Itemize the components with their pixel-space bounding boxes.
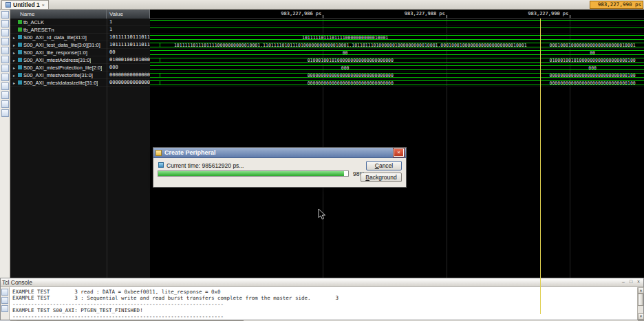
application-window: Behavioral Simulation - Functional - sim… bbox=[0, 0, 644, 321]
zoom-out-icon[interactable] bbox=[1, 38, 9, 45]
wave-trace-row bbox=[150, 26, 644, 34]
wave-trace-row: 10111110111011110000000000010001 bbox=[150, 34, 644, 41]
goto-start-icon[interactable] bbox=[1, 82, 9, 90]
bus-expand-icon[interactable]: ▸ bbox=[12, 35, 17, 40]
signal-bus-icon bbox=[18, 65, 22, 69]
wave-value-column-header[interactable]: Value bbox=[107, 10, 150, 19]
bus-expand-icon[interactable]: ▸ bbox=[12, 43, 17, 47]
wave-name-column-header[interactable]: Name bbox=[10, 10, 107, 19]
bus-expand-icon[interactable]: ▸ bbox=[12, 58, 17, 63]
console-line: EXAMPLE TEST 3 : Sequential write and re… bbox=[12, 295, 636, 301]
signal-name: S00_AXI_mtestProtection_lite[2:0] bbox=[23, 65, 102, 71]
tcl-console-output[interactable]: EXAMPLE TEST 3 read : DATA = 0xbeef0011,… bbox=[11, 287, 636, 319]
goto-end-icon[interactable] bbox=[1, 91, 9, 99]
clear-console-icon[interactable] bbox=[1, 305, 8, 312]
ruler-tick-label: 983,227,990 ps bbox=[528, 11, 570, 16]
signal-bit-icon bbox=[18, 20, 22, 24]
progress-bar bbox=[158, 170, 349, 177]
dialog-status-text: Current time: 985612920 ps... bbox=[167, 162, 244, 169]
wave-search-icon[interactable] bbox=[1, 11, 9, 19]
cancel-button[interactable]: Cancel bbox=[366, 161, 402, 170]
wave-signal-name[interactable]: ▸S00_AXI_mtestvectorlite[31:0] bbox=[10, 71, 107, 79]
signal-bus-icon bbox=[18, 80, 22, 85]
wave-bus-segment: 00 bbox=[540, 50, 644, 55]
wave-signal-name[interactable]: ▸S00_AXI_lite_response[1:0] bbox=[10, 49, 107, 56]
background-button[interactable]: Background bbox=[361, 173, 402, 182]
wave-signal-name[interactable]: ▸S00_AXI_mtestProtection_lite[2:0] bbox=[10, 64, 107, 71]
tcl-panel-header[interactable]: Tcl Console –□× bbox=[1, 278, 643, 287]
wave-tab-label: Untitled 1 bbox=[13, 1, 40, 8]
wave-signal-name[interactable]: tb_ARESETn bbox=[10, 26, 107, 34]
tcl-float-button[interactable]: □ bbox=[627, 279, 634, 285]
wave-signal-values: 1110111110111011110000000000010001101111… bbox=[107, 19, 150, 314]
signal-bit-icon bbox=[18, 27, 22, 32]
wave-config-icon bbox=[6, 2, 11, 8]
wave-bus-segment: 00000000000000000000000000000000 bbox=[160, 73, 540, 78]
wave-trace-row bbox=[150, 19, 644, 26]
wave-signal-name[interactable]: ▸S00_AXI_mtestdatasizelite[31:0] bbox=[10, 79, 107, 87]
mouse-cursor bbox=[318, 208, 326, 221]
wave-toolbar bbox=[0, 10, 10, 314]
wave-signal-value: 00000000000000000000000000000000 bbox=[107, 71, 150, 79]
wave-time-ruler[interactable]: 983,227,986 ps983,227,988 ps983,227,990 … bbox=[150, 10, 644, 19]
wave-bus-segment: 01000100101000000000000000000100 bbox=[540, 58, 644, 63]
pause-output-icon[interactable] bbox=[1, 289, 8, 296]
swap-cursor-icon[interactable] bbox=[1, 109, 9, 117]
dialog-titlebar[interactable]: Create Peripheral × bbox=[153, 148, 406, 158]
wave-bus-segment: 10111110111011110000000000010001 bbox=[150, 35, 540, 40]
progress-bar-fill bbox=[158, 171, 344, 176]
wave-signal-name[interactable]: tb_ACLK bbox=[10, 19, 107, 26]
tcl-minimize-button[interactable]: – bbox=[620, 279, 627, 285]
wave-signal-value: 10111110111011110000000000010001 bbox=[107, 34, 150, 41]
wave-trace-row: 0000000000000000000000000000000000000000… bbox=[150, 71, 644, 79]
wave-signal-name[interactable]: ▸S00_AXI_mtestAddress[31:0] bbox=[10, 56, 107, 64]
tab-untitled-1[interactable]: Untitled 1 × bbox=[1, 0, 49, 9]
dialog-close-button[interactable]: × bbox=[394, 148, 404, 157]
add-marker-icon[interactable] bbox=[1, 100, 9, 108]
zoom-in-icon[interactable] bbox=[1, 29, 9, 36]
wave-signal-value: 1 bbox=[107, 19, 150, 26]
ruler-tick-label: 983,227,988 ps bbox=[405, 11, 447, 16]
tcl-vertical-scrollbar[interactable]: ▴ ▾ bbox=[637, 287, 643, 320]
tcl-close-button[interactable]: × bbox=[635, 279, 642, 285]
wave-signal-name[interactable]: ▸S00_AXI_test_data_lite[3:0][31:0] bbox=[10, 41, 107, 49]
bus-expand-icon[interactable]: ▸ bbox=[12, 50, 17, 55]
wave-trace-row: 0000 bbox=[150, 49, 644, 56]
signal-bus-icon bbox=[18, 58, 22, 62]
wave-trace-row: 0100010010100000000000000000000001000100… bbox=[150, 56, 644, 64]
wave-bus-segment bbox=[150, 43, 160, 47]
stop-output-icon[interactable] bbox=[1, 297, 8, 304]
signal-bus-icon bbox=[18, 35, 22, 39]
time-icon bbox=[158, 162, 164, 168]
next-transition-icon[interactable] bbox=[1, 74, 9, 81]
bus-expand-icon[interactable]: ▸ bbox=[12, 73, 17, 78]
prev-transition-icon[interactable] bbox=[1, 65, 9, 72]
wave-cursor-line bbox=[540, 19, 541, 314]
tcl-window-buttons: –□× bbox=[620, 279, 642, 285]
bus-expand-icon[interactable]: ▸ bbox=[12, 80, 17, 85]
wave-bus-segment bbox=[150, 80, 160, 85]
wave-bus-segment bbox=[150, 58, 160, 63]
tcl-toolbar bbox=[1, 287, 10, 320]
signal-name: S00_AXI_mtestAddress[31:0] bbox=[23, 57, 91, 63]
tcl-console-panel: Tcl Console –□× EXAMPLE TEST 3 read : DA… bbox=[0, 278, 644, 320]
ruler-tick-label: 983,227,986 ps bbox=[281, 11, 323, 16]
zoom-to-cursor-icon[interactable] bbox=[1, 56, 9, 63]
bus-expand-icon[interactable]: ▸ bbox=[12, 65, 17, 70]
wave-trace-row: 10111110111011110000000000010001,1101111… bbox=[150, 41, 644, 49]
scrollbar-thumb[interactable] bbox=[638, 294, 643, 306]
wave-tab-bar: Untitled 1 × 983,227,990 ps bbox=[0, 0, 644, 10]
wave-high-line bbox=[150, 27, 644, 28]
wave-tab-close-icon[interactable]: × bbox=[42, 3, 45, 8]
console-line: ----------------------------------------… bbox=[12, 301, 636, 307]
signal-name: S00_AXI_test_data_lite[3:0][31:0] bbox=[23, 42, 100, 48]
ruler-tick-mark bbox=[570, 15, 570, 18]
wave-bus-segment: 000 bbox=[150, 65, 540, 70]
signal-name: tb_ARESETn bbox=[23, 27, 54, 33]
scroll-down-arrow[interactable]: ▾ bbox=[638, 313, 644, 320]
wave-save-icon[interactable] bbox=[1, 20, 9, 27]
zoom-fit-icon[interactable] bbox=[1, 47, 9, 54]
signal-name: tb_ACLK bbox=[23, 19, 44, 25]
scroll-up-arrow[interactable]: ▴ bbox=[638, 287, 644, 294]
wave-signal-name[interactable]: ▸S00_AXI_rd_data_lite[31:0] bbox=[10, 34, 107, 41]
